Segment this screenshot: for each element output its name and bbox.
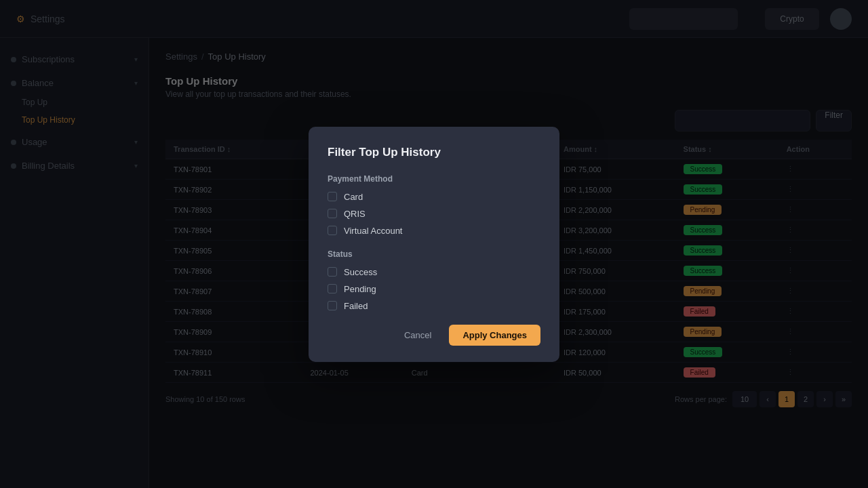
cancel-button[interactable]: Cancel <box>393 325 442 346</box>
filter-option-qris[interactable]: QRIS <box>328 209 540 219</box>
modal-title: Filter Top Up History <box>328 146 540 159</box>
filter-option-card[interactable]: Card <box>328 192 540 202</box>
checkbox-virtual-account[interactable] <box>328 226 337 235</box>
payment-method-options: Card QRIS Virtual Account <box>328 192 540 236</box>
label-pending: Pending <box>344 284 376 294</box>
checkbox-pending[interactable] <box>328 284 337 293</box>
checkbox-qris[interactable] <box>328 209 337 218</box>
filter-option-failed[interactable]: Failed <box>328 301 540 311</box>
label-card: Card <box>344 192 363 202</box>
checkbox-success[interactable] <box>328 267 337 277</box>
filter-option-success[interactable]: Success <box>328 267 540 277</box>
checkbox-card[interactable] <box>328 192 337 201</box>
status-options: Success Pending Failed <box>328 267 540 311</box>
label-virtual-account: Virtual Account <box>344 226 402 236</box>
status-section-label: Status <box>328 249 540 259</box>
label-qris: QRIS <box>344 209 366 219</box>
checkbox-failed[interactable] <box>328 301 337 310</box>
filter-modal: Filter Top Up History Payment Method Car… <box>309 127 559 362</box>
apply-changes-button[interactable]: Apply Changes <box>449 325 540 346</box>
modal-footer: Cancel Apply Changes <box>328 325 540 346</box>
filter-option-virtual-account[interactable]: Virtual Account <box>328 226 540 236</box>
filter-option-pending[interactable]: Pending <box>328 284 540 294</box>
label-failed: Failed <box>344 301 368 311</box>
label-success: Success <box>344 267 377 277</box>
modal-backdrop: Filter Top Up History Payment Method Car… <box>0 0 868 488</box>
payment-method-section-label: Payment Method <box>328 174 540 184</box>
